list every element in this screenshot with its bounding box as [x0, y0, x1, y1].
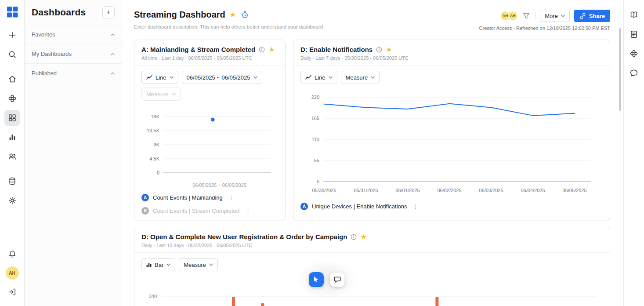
svg-text:06/02/2025: 06/02/2025: [437, 188, 461, 193]
card-meta: Daily · Last 7 days · 05/30/2025 - 06/05…: [300, 55, 603, 61]
card-meta: Daily · Last 15 days · 05/22/2025 - 06/0…: [141, 243, 603, 248]
app-root: AH Dashboards + Favorites My Dashboards …: [0, 0, 644, 306]
favorite-star-icon[interactable]: ★: [230, 11, 236, 18]
notifications-button[interactable]: [4, 246, 20, 262]
apps-button[interactable]: [626, 46, 642, 62]
discover-button[interactable]: [4, 91, 20, 106]
info-icon[interactable]: [259, 47, 265, 53]
comment-mode-button[interactable]: [330, 272, 345, 287]
database-icon: [8, 177, 17, 186]
dashboards-button[interactable]: [4, 110, 20, 126]
sidebar-item-label: Favorites: [32, 31, 55, 38]
new-button[interactable]: [4, 27, 20, 43]
search-button[interactable]: [4, 47, 20, 62]
card-title: D: Enable Notifications: [300, 46, 373, 53]
chart-type-select[interactable]: Bar: [141, 258, 175, 271]
kebab-menu-icon[interactable]: ⋮: [228, 194, 234, 201]
data-button[interactable]: [4, 173, 20, 189]
sidebar-item-label: My Dashboards: [32, 51, 72, 57]
favorite-star-icon[interactable]: ★: [268, 46, 275, 53]
chart-type-label: Bar: [155, 262, 163, 268]
chevron-down-icon: [329, 76, 333, 79]
chart-type-select[interactable]: Line: [141, 71, 178, 84]
chart-type-label: Line: [156, 74, 166, 81]
svg-text:0: 0: [317, 179, 319, 184]
x-axis-caption: 06/05/2025 ~ 06/05/2025: [134, 179, 285, 189]
main-scrollbar[interactable]: [619, 28, 621, 111]
measure-select[interactable]: Measure: [141, 87, 181, 101]
more-button[interactable]: More: [540, 10, 570, 22]
legend-item[interactable]: A Unique Devices | Enable Notifications …: [300, 203, 603, 210]
user-avatar[interactable]: AH: [6, 266, 19, 280]
dashboard-description-input[interactable]: Enter dashboard description. This can he…: [134, 24, 323, 29]
chevron-down-icon: [561, 15, 565, 17]
line-chart-icon: [146, 75, 152, 80]
card-title: A: Mainlanding & Stream Completed: [141, 46, 255, 53]
comments-button[interactable]: [626, 65, 642, 81]
cards-grid: A: Mainlanding & Stream Completed ★ All …: [122, 31, 623, 306]
library-button[interactable]: [626, 7, 642, 23]
charts-button[interactable]: [4, 129, 20, 145]
filter-button[interactable]: [522, 12, 531, 20]
card-title: D: Open & Complete New User Registration…: [141, 233, 347, 240]
chevron-up-icon: [111, 33, 115, 36]
sign-out-button[interactable]: [4, 284, 20, 300]
svg-text:110: 110: [311, 137, 319, 142]
home-button[interactable]: [4, 71, 20, 87]
chart-type-label: Line: [315, 74, 326, 81]
audiences-button[interactable]: [4, 149, 20, 164]
main-content: Streaming Dashboard ★ Enter dashboard de…: [122, 0, 623, 306]
stopwatch-icon[interactable]: [240, 10, 250, 19]
notes-icon: [630, 30, 638, 39]
date-range-label: 06/05/2025 ~ 06/05/2025: [187, 74, 250, 81]
legend-label: Count Events | Mainlanding: [153, 194, 223, 201]
settings-button[interactable]: [4, 193, 20, 208]
svg-text:06/05/2025: 06/05/2025: [562, 188, 586, 193]
collab-cursor-overlay: [296, 260, 358, 299]
cursor-arrow-icon: [312, 276, 320, 284]
favorite-star-icon[interactable]: ★: [386, 46, 392, 53]
notes-button[interactable]: [626, 26, 642, 42]
sidebar-item-my-dashboards[interactable]: My Dashboards: [25, 44, 122, 63]
card-enable-notifications: D: Enable Notifications ★ Daily · Last 7…: [293, 40, 610, 220]
avatar[interactable]: AH: [508, 11, 517, 21]
kebab-menu-icon[interactable]: ⋮: [413, 203, 419, 210]
legend-item[interactable]: A Count Events | Mainlanding ⋮: [141, 194, 278, 201]
sidebar-item-published[interactable]: Published: [25, 63, 122, 83]
measure-select[interactable]: Measure: [341, 71, 380, 84]
svg-text:340: 340: [149, 294, 157, 299]
chart-type-select[interactable]: Line: [300, 71, 337, 84]
add-dashboard-button[interactable]: +: [102, 6, 115, 18]
sign-out-icon: [8, 288, 17, 296]
chevron-down-icon: [253, 76, 257, 79]
svg-text:06/03/2025: 06/03/2025: [479, 188, 503, 193]
divider: [535, 12, 535, 20]
info-icon[interactable]: [376, 47, 382, 53]
card-controls: Line Measure: [293, 66, 610, 84]
chevron-up-icon: [111, 53, 115, 55]
legend-item[interactable]: B Count Events | Stream Completed ⋮: [141, 207, 278, 215]
sidebar-item-favorites[interactable]: Favorites: [25, 25, 122, 44]
chevron-down-icon: [371, 76, 375, 79]
apps-diamond-icon: [630, 49, 638, 58]
bell-icon: [8, 250, 17, 259]
share-button[interactable]: Share: [574, 10, 610, 22]
kebab-menu-icon[interactable]: ⋮: [245, 208, 251, 214]
favorite-star-icon[interactable]: ★: [360, 233, 366, 240]
svg-text:0: 0: [157, 170, 159, 175]
campaign-bar-chart: 34025517085005/22/202505/23/202505/24/20…: [141, 292, 603, 306]
grid-icon: [8, 113, 17, 122]
logo-icon: [6, 5, 19, 18]
svg-text:05/30/2025: 05/30/2025: [312, 188, 336, 193]
svg-text:220: 220: [311, 95, 319, 100]
date-range-select[interactable]: 06/05/2025 ~ 06/05/2025: [182, 71, 262, 84]
pointer-mode-button[interactable]: [309, 272, 324, 287]
svg-text:165: 165: [311, 116, 319, 121]
card-registration-by-campaign: D: Open & Complete New User Registration…: [134, 227, 610, 306]
link-icon: [579, 13, 586, 19]
sidebar-title: Dashboards: [32, 7, 86, 18]
info-icon[interactable]: [351, 234, 357, 240]
app-logo[interactable]: [6, 5, 19, 18]
measure-select[interactable]: Measure: [179, 258, 218, 271]
legend: A Unique Devices | Enable Notifications …: [293, 200, 610, 215]
